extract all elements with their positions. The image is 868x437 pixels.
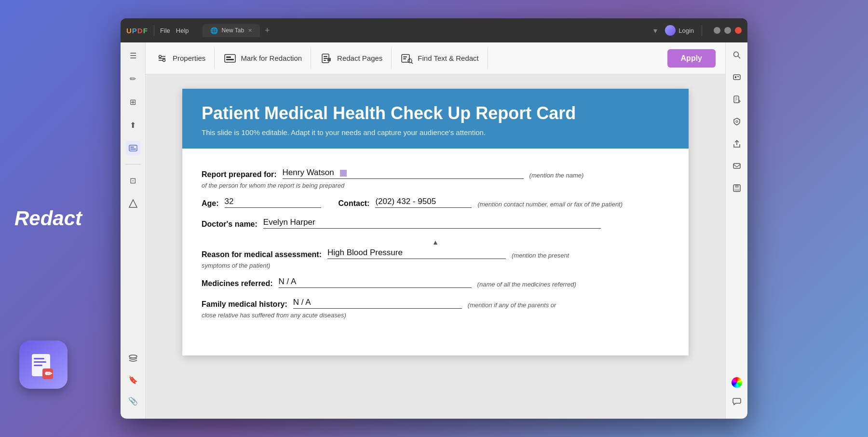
scroll-arrow: ▲: [202, 238, 669, 246]
svg-rect-1: [34, 358, 44, 359]
tab-close-button[interactable]: ✕: [248, 27, 252, 34]
extract-icon[interactable]: [730, 93, 744, 106]
form-row-medicines: Medicines referred: N / A (name of all t…: [202, 277, 669, 288]
tab-add-button[interactable]: +: [262, 26, 273, 36]
contact-label: Contact:: [339, 199, 370, 208]
svg-point-15: [163, 59, 165, 61]
report-title: Patient Medical Health Check Up Report C…: [202, 103, 669, 123]
svg-rect-16: [225, 55, 235, 62]
svg-point-14: [159, 55, 162, 57]
main-content: Properties Mark for Redaction: [146, 42, 725, 419]
right-toolbar-bottom: [730, 377, 744, 413]
find-text-redact-button[interactable]: Find Text & Redact: [392, 48, 488, 69]
report-subtitle: This slide is 100% editable. Adapt it to…: [202, 128, 669, 137]
redact-pages-label: Redact Pages: [337, 54, 382, 62]
form-row-doctor: Doctor's name: Evelyn Harper: [202, 218, 669, 229]
svg-rect-23: [327, 58, 331, 61]
sidebar-divider: [125, 164, 141, 164]
svg-text:✏: ✏: [45, 369, 53, 379]
form-row-reason: Reason for medical assessment: High Bloo…: [202, 248, 669, 259]
svg-rect-25: [403, 56, 407, 57]
svg-rect-18: [226, 59, 234, 60]
chat-icon[interactable]: [730, 395, 744, 408]
left-sidebar: ☰ ✏ ⊞ ⬆ ⊡: [121, 42, 146, 419]
find-text-redact-icon: [400, 52, 414, 65]
ocr-icon[interactable]: [730, 70, 744, 84]
login-button[interactable]: Login: [665, 25, 694, 36]
pdf-page: Patient Medical Health Check Up Report C…: [182, 89, 689, 355]
redaction-marker: [340, 170, 347, 177]
svg-line-28: [411, 62, 413, 64]
close-button[interactable]: [735, 27, 742, 34]
secure-icon[interactable]: [730, 115, 744, 128]
svg-rect-20: [324, 56, 327, 57]
svg-rect-42: [734, 189, 739, 191]
medicines-hint: (name of all the medicines referred): [477, 281, 576, 288]
sidebar-item-thumbnails[interactable]: ☰: [126, 48, 140, 63]
titlebar-right: ▾ Login: [653, 25, 742, 36]
tab-icon: 🌐: [210, 27, 218, 34]
search-icon[interactable]: [730, 48, 744, 62]
svg-rect-2: [34, 361, 46, 363]
sidebar-item-compare[interactable]: [126, 196, 140, 211]
content-area: ☰ ✏ ⊞ ⬆ ⊡: [121, 42, 747, 419]
medicines-label: Medicines referred:: [202, 279, 273, 288]
app-brand: UPDF: [126, 27, 148, 35]
mark-redaction-button[interactable]: Mark for Redaction: [215, 48, 311, 69]
window-controls: [714, 27, 742, 34]
reason-label: Reason for medical assessment:: [202, 250, 322, 259]
sidebar-item-stamp[interactable]: ⊡: [126, 173, 140, 188]
minimize-button[interactable]: [714, 27, 720, 34]
family-value: N / A: [293, 298, 462, 309]
sidebar-item-bookmark[interactable]: 🔖: [126, 372, 140, 387]
sidebar-item-export[interactable]: ⬆: [126, 118, 140, 132]
svg-marker-9: [129, 200, 137, 207]
age-value: 32: [225, 197, 321, 208]
svg-point-27: [408, 59, 412, 63]
svg-rect-17: [226, 56, 231, 58]
sidebar-bottom: 🔖 📎: [126, 351, 140, 413]
sidebar-item-organize[interactable]: ⊞: [126, 95, 140, 109]
maximize-button[interactable]: [724, 27, 731, 34]
share-icon[interactable]: [730, 137, 744, 150]
avatar: [665, 25, 676, 36]
name-hint: (mention the name): [529, 172, 584, 179]
sidebar-item-layers[interactable]: [126, 351, 140, 366]
mark-redaction-label: Mark for Redaction: [241, 54, 302, 62]
save-icon[interactable]: [730, 181, 744, 195]
contact-hint: (mention contact number, email or fax of…: [477, 201, 623, 208]
report-header: Patient Medical Health Check Up Report C…: [182, 89, 689, 149]
window-dropdown[interactable]: ▾: [653, 26, 657, 35]
login-label: Login: [678, 27, 694, 34]
reason-value: High Blood Pressure: [327, 248, 506, 259]
svg-rect-22: [324, 60, 326, 61]
titlebar: UPDF File Help 🌐 New Tab ✕ + ▾ Login: [121, 18, 747, 42]
tab-new[interactable]: 🌐 New Tab ✕: [203, 24, 260, 37]
sidebar-item-attachment[interactable]: 📎: [126, 394, 140, 408]
email-icon[interactable]: [730, 159, 744, 173]
redact-pages-button[interactable]: Redact Pages: [311, 48, 392, 69]
svg-point-38: [736, 121, 738, 123]
rainbow-icon[interactable]: [732, 377, 742, 388]
sidebar-item-annotate[interactable]: ✏: [126, 71, 140, 86]
doctor-label: Doctor's name:: [202, 220, 258, 229]
menu-help[interactable]: Help: [176, 27, 189, 34]
find-text-redact-label: Find Text & Redact: [418, 54, 478, 62]
svg-rect-31: [733, 75, 740, 80]
properties-button[interactable]: Properties: [155, 48, 215, 69]
app-icon: ✏: [19, 341, 68, 389]
svg-rect-7: [130, 147, 134, 148]
name-sub-hint: of the person for whom the report is bei…: [202, 182, 669, 189]
report-prepared-label: Report prepared for:: [202, 170, 277, 179]
properties-icon: [155, 52, 169, 65]
tab-label: New Tab: [222, 27, 244, 34]
form-row-age-contact: Age: 32 Contact: (202) 432 - 9505 (menti…: [202, 197, 669, 208]
svg-rect-26: [403, 58, 406, 59]
reason-hint: (mention the present: [512, 252, 569, 259]
sidebar-item-redact[interactable]: [126, 141, 140, 155]
menu-file[interactable]: File: [160, 27, 170, 34]
pdf-area[interactable]: Patient Medical Health Check Up Report C…: [146, 74, 725, 419]
apply-button[interactable]: Apply: [667, 49, 716, 68]
svg-rect-3: [34, 365, 42, 366]
doctor-value: Evelyn Harper: [263, 218, 601, 229]
